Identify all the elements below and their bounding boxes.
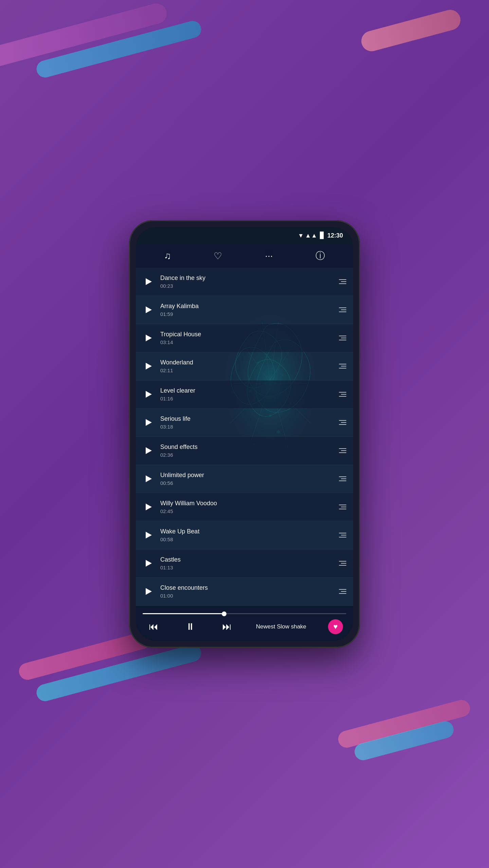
menu-line — [341, 507, 346, 507]
menu-line — [339, 424, 346, 425]
song-item[interactable]: Close encounters 01:00 — [136, 578, 353, 606]
song-duration: 01:13 — [160, 565, 339, 570]
controls-row: ⏮ ⏸ ⏭ Newest Slow shake ♥ — [136, 618, 353, 635]
play-triangle-icon — [146, 475, 152, 482]
phone-frame: ▾ ▲▲ ▊ 12:30 ♫ ♡ ··· ⓘ — [129, 220, 360, 648]
more-icon[interactable]: ··· — [265, 250, 273, 261]
song-duration: 02:45 — [160, 508, 339, 514]
clock: 12:30 — [327, 232, 343, 239]
song-item[interactable]: Wonderland 02:11 — [136, 352, 353, 380]
song-info: Wake Up Beat 00:58 — [160, 528, 339, 542]
song-menu-button[interactable] — [339, 392, 346, 397]
play-triangle-icon — [146, 419, 152, 426]
menu-line — [341, 450, 346, 451]
play-button[interactable] — [143, 332, 155, 344]
menu-line — [339, 336, 346, 336]
song-item[interactable]: Willy William Voodoo 02:45 — [136, 493, 353, 521]
forward-button[interactable]: ⏭ — [219, 618, 234, 635]
play-button[interactable] — [143, 557, 155, 569]
menu-line — [341, 366, 346, 366]
menu-line — [339, 565, 346, 566]
song-title: Castles — [160, 556, 339, 563]
song-duration: 01:59 — [160, 311, 339, 317]
progress-bar-container[interactable] — [136, 613, 353, 614]
favorite-button[interactable]: ♥ — [328, 619, 343, 634]
play-button[interactable] — [143, 304, 155, 316]
menu-line — [339, 392, 346, 393]
music-icon[interactable]: ♫ — [164, 250, 171, 261]
song-item[interactable]: Serious life 03:18 — [136, 409, 353, 437]
menu-line — [341, 478, 346, 479]
song-info: Dance in the sky 00:23 — [160, 275, 339, 289]
play-button[interactable] — [143, 445, 155, 457]
song-info: Close encounters 01:00 — [160, 584, 339, 599]
heart-icon[interactable]: ♡ — [214, 250, 222, 262]
song-duration: 02:11 — [160, 367, 339, 373]
info-icon[interactable]: ⓘ — [315, 249, 325, 262]
song-title: Wonderland — [160, 359, 339, 366]
song-item[interactable]: Unlimited power 00:56 — [136, 465, 353, 493]
song-info: Serious life 03:18 — [160, 415, 339, 430]
song-title: Close encounters — [160, 584, 339, 591]
phone-screen: ▾ ▲▲ ▊ 12:30 ♫ ♡ ··· ⓘ — [136, 227, 353, 641]
play-button[interactable] — [143, 585, 155, 598]
song-menu-button[interactable] — [339, 476, 346, 481]
song-item[interactable]: Tropical House 03:14 — [136, 324, 353, 352]
menu-line — [341, 563, 346, 564]
play-button[interactable] — [143, 473, 155, 485]
song-menu-button[interactable] — [339, 589, 346, 594]
song-menu-button[interactable] — [339, 533, 346, 537]
menu-line — [341, 309, 346, 310]
song-item[interactable]: Dance in the sky 00:23 — [136, 268, 353, 296]
play-button[interactable] — [143, 388, 155, 400]
pause-button[interactable]: ⏸ — [183, 618, 198, 635]
play-button[interactable] — [143, 360, 155, 372]
song-menu-button[interactable] — [339, 364, 346, 369]
song-item[interactable]: Array Kalimba 01:59 — [136, 296, 353, 324]
song-menu-button[interactable] — [339, 561, 346, 566]
song-info: Castles 01:13 — [160, 556, 339, 570]
song-item[interactable]: Castles 01:13 — [136, 549, 353, 578]
menu-line — [339, 537, 346, 537]
song-info: Willy William Voodoo 02:45 — [160, 500, 339, 514]
signal-icon: ▲▲ — [305, 232, 317, 239]
song-menu-button[interactable] — [339, 307, 346, 312]
song-item[interactable]: Wake Up Beat 00:58 — [136, 521, 353, 549]
song-info: Wonderland 02:11 — [160, 359, 339, 373]
song-duration: 01:16 — [160, 396, 339, 401]
menu-line — [339, 589, 346, 590]
play-button[interactable] — [143, 529, 155, 541]
song-duration: 00:58 — [160, 536, 339, 542]
play-triangle-icon — [146, 278, 152, 285]
menu-line — [339, 509, 346, 509]
song-menu-button[interactable] — [339, 336, 346, 340]
play-triangle-icon — [146, 306, 152, 313]
play-button[interactable] — [143, 416, 155, 429]
song-title: Tropical House — [160, 331, 339, 338]
rewind-button[interactable]: ⏮ — [146, 618, 161, 635]
play-button[interactable] — [143, 501, 155, 513]
menu-line — [339, 279, 346, 280]
play-triangle-icon — [146, 335, 152, 341]
song-list: Dance in the sky 00:23 Array Kalimba 01:… — [136, 268, 353, 607]
progress-track[interactable] — [143, 613, 346, 614]
song-menu-button[interactable] — [339, 505, 346, 509]
menu-line — [341, 535, 346, 535]
play-triangle-icon — [146, 532, 152, 539]
song-menu-button[interactable] — [339, 420, 346, 425]
song-menu-button[interactable] — [339, 448, 346, 453]
song-title: Willy William Voodoo — [160, 500, 339, 507]
song-info: Level clearer 01:16 — [160, 387, 339, 401]
song-menu-button[interactable] — [339, 279, 346, 284]
song-duration: 01:00 — [160, 593, 339, 599]
song-duration: 02:36 — [160, 452, 339, 458]
song-item[interactable]: Sound effects 02:36 — [136, 437, 353, 465]
menu-line — [341, 281, 346, 282]
song-title: Serious life — [160, 415, 339, 422]
song-info: Unlimited power 00:56 — [160, 472, 339, 486]
menu-line — [341, 394, 346, 395]
menu-line — [339, 307, 346, 308]
menu-line — [339, 533, 346, 533]
song-item[interactable]: Level clearer 01:16 — [136, 380, 353, 409]
play-button[interactable] — [143, 276, 155, 288]
